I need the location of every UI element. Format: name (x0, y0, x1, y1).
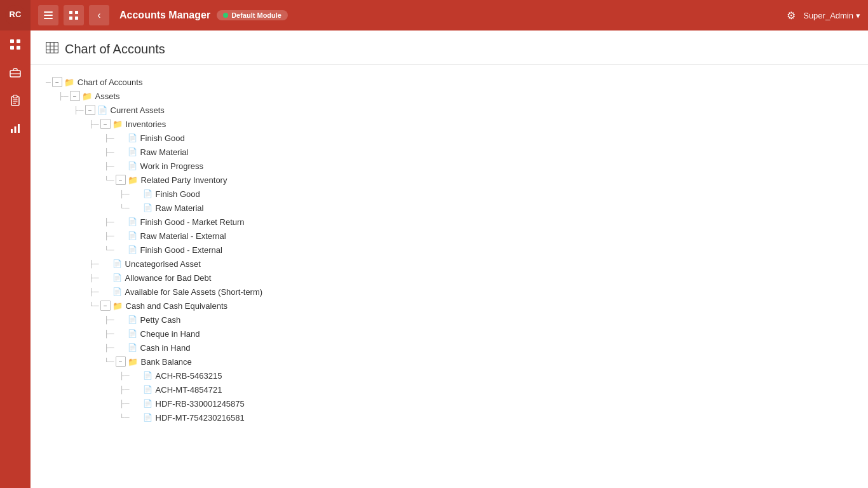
folder-rp-fg-icon: 📄 (143, 189, 153, 198)
toggle-rpi[interactable]: − (116, 175, 126, 185)
svg-rect-15 (18, 124, 20, 133)
label-rp-rm: Raw Material (156, 203, 204, 213)
svg-rect-19 (69, 11, 72, 14)
connector-ach-mt: ├─ (119, 386, 130, 393)
tree-row-cheque[interactable]: ├─ 📄 Cheque in Hand (104, 327, 855, 341)
label-ach-rb: ACH-RB-5463215 (156, 371, 222, 381)
module-badge: Default Module (217, 10, 288, 20)
label-ach-mt: ACH-MT-4854721 (156, 385, 222, 395)
user-menu[interactable]: Super_Admin ▾ (803, 11, 860, 20)
sidebar-icon-chart[interactable] (0, 114, 31, 142)
connector-rme: ├─ (104, 232, 114, 240)
tree-row-inventories[interactable]: ├─ − 📁 Inventories (89, 117, 855, 131)
folder-hdf-rb-icon: 📄 (143, 399, 153, 408)
connector-petty: ├─ (104, 316, 114, 323)
tree-row-bank[interactable]: └─ − 📁 Bank Balance (104, 355, 855, 369)
svg-text:RC: RC (10, 10, 22, 19)
tree-row-abd[interactable]: ├─ 📄 Allowance for Bad Debt (89, 271, 855, 285)
app-logo[interactable]: RC (0, 0, 31, 30)
folder-ach-rb-icon: 📄 (143, 371, 153, 380)
tree-row-hdf-mt[interactable]: └─ 📄 HDF-MT-754230216581 (119, 410, 855, 424)
main-area: ‹ Accounts Manager Default Module ⚙ Supe… (31, 0, 868, 488)
toggle-assets[interactable]: − (70, 91, 80, 101)
tree-row-assets[interactable]: ├─ − 📁 Assets (58, 89, 855, 103)
tree-row-finish-good[interactable]: ├─ 📄 Finish Good (104, 131, 855, 145)
label-ca: Current Assets (111, 105, 165, 115)
username-label: Super_Admin (803, 11, 853, 20)
folder-wip-icon: 📄 (128, 161, 137, 170)
row-ua-container: ├─ 📄 Uncategorised Asset ├─ 📄 Allowa (89, 257, 855, 424)
subtree-inv-children: ├─ 📄 Finish Good ├─ 📄 Raw Material (89, 131, 855, 215)
subtree-assets: ├─ − 📁 Assets ├─ − 📄 Current Assets (43, 89, 855, 424)
toggle-ce[interactable]: − (100, 301, 111, 311)
label-cheque: Cheque in Hand (140, 329, 200, 339)
connector-hdf-rb: ├─ (119, 400, 130, 407)
folder-fg-icon: 📄 (128, 133, 137, 142)
tree-row-ach-mt[interactable]: ├─ 📄 ACH-MT-4854721 (119, 383, 855, 396)
topnav: ‹ Accounts Manager Default Module ⚙ Supe… (31, 0, 868, 30)
label-hdf-mt: HDF-MT-754230216581 (156, 413, 245, 423)
tree-row-ach-rb[interactable]: ├─ 📄 ACH-RB-5463215 (119, 369, 855, 383)
folder-rme-icon: 📄 (128, 231, 137, 240)
connector-ua: ├─ (89, 260, 99, 268)
svg-rect-23 (46, 43, 58, 53)
svg-rect-3 (17, 39, 20, 43)
tree-node-root: ─ − 📁 Chart of Accounts ├─ − 📁 Assets (43, 75, 855, 424)
tree-row-cash-eq[interactable]: └─ − 📁 Cash and Cash Equivalents (89, 299, 855, 313)
tree-row-cash-hand[interactable]: ├─ 📄 Cash in Hand (104, 341, 855, 355)
label-ua: Uncategorised Asset (125, 259, 201, 269)
svg-rect-13 (11, 129, 13, 133)
connector-ach-rb: ├─ (119, 372, 130, 379)
connector-rp-fg: ├─ (119, 190, 130, 198)
tree-row-rpi[interactable]: └─ − 📁 Related Party Inventory (104, 173, 855, 187)
connector-rm: ├─ (104, 148, 114, 156)
svg-rect-18 (44, 18, 53, 19)
tree-row-petty[interactable]: ├─ 📄 Petty Cash (104, 313, 855, 327)
tree-row-raw-material[interactable]: ├─ 📄 Raw Material (104, 145, 855, 159)
label-rpi: Related Party Inventory (141, 175, 227, 185)
back-button[interactable]: ‹ (89, 5, 109, 25)
sidebar-icon-clipboard[interactable] (0, 86, 31, 114)
toggle-inv[interactable]: − (100, 119, 111, 129)
page-header-icon (46, 42, 58, 57)
tree-row-current-assets[interactable]: ├─ − 📄 Current Assets (74, 103, 855, 117)
connector-root: ─ (46, 78, 51, 86)
toggle-bank[interactable]: − (116, 356, 126, 367)
svg-rect-2 (10, 39, 14, 43)
tree-row-fgmr[interactable]: ├─ 📄 Finish Good - Market Return (104, 215, 855, 229)
tree-row-ua[interactable]: ├─ 📄 Uncategorised Asset (89, 257, 855, 271)
sidebar-icon-grid[interactable] (0, 30, 31, 58)
connector-hdf-mt: └─ (119, 414, 130, 421)
tree-row-rme[interactable]: ├─ 📄 Raw Material - External (104, 229, 855, 243)
label-rp-fg: Finish Good (156, 189, 200, 199)
apps-button[interactable] (64, 5, 84, 25)
svg-rect-17 (44, 15, 53, 16)
folder-abd-icon: 📄 (112, 273, 122, 282)
folder-inv-icon: 📁 (112, 119, 123, 129)
sidebar-icon-briefcase[interactable] (0, 58, 31, 86)
subtree-current-assets: ├─ − 📄 Current Assets ├─ − 📁 Inventor (58, 103, 855, 424)
tree-row-rp-rm[interactable]: └─ 📄 Raw Material (119, 201, 855, 215)
tree-row-fge[interactable]: └─ 📄 Finish Good - External (104, 243, 855, 257)
tree-row-wip[interactable]: ├─ 📄 Work in Progress (104, 159, 855, 173)
connector-fge: └─ (104, 246, 114, 254)
connector-assets: ├─ (58, 92, 69, 100)
hamburger-button[interactable] (38, 5, 58, 25)
tree-row-rp-fg[interactable]: ├─ 📄 Finish Good (119, 187, 855, 201)
topnav-right: ⚙ Super_Admin ▾ (787, 10, 860, 22)
folder-ch-icon: 📄 (128, 343, 137, 352)
connector-ce: └─ (89, 302, 99, 309)
svg-rect-16 (44, 11, 53, 13)
settings-icon[interactable]: ⚙ (787, 10, 796, 22)
tree-row-avail[interactable]: ├─ 📄 Available for Sale Assets (Short-te… (89, 285, 855, 299)
tree-row-hdf-rb[interactable]: ├─ 📄 HDF-RB-330001245875 (119, 396, 855, 410)
label-rme: Raw Material - External (140, 231, 226, 241)
subtree-inventories: ├─ − 📁 Inventories ├─ 📄 (74, 117, 855, 424)
svg-rect-9 (13, 95, 17, 98)
subtree-rpi-children: ├─ 📄 Finish Good └─ 📄 (104, 187, 855, 215)
content-area: Chart of Accounts ─ − 📁 Chart of Account… (31, 30, 868, 488)
svg-rect-5 (17, 46, 20, 50)
toggle-root[interactable]: − (52, 77, 62, 87)
tree-row-root[interactable]: ─ − 📁 Chart of Accounts (43, 75, 855, 89)
toggle-ca[interactable]: − (85, 105, 95, 115)
